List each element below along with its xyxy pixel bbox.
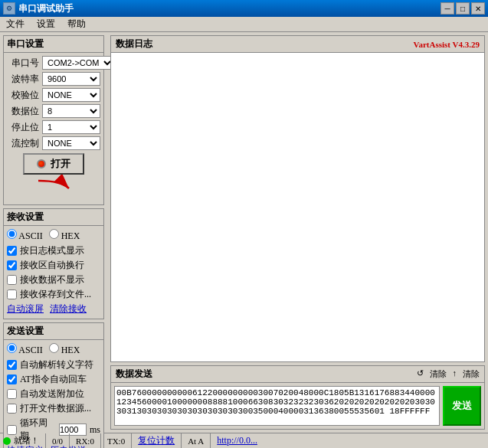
send-hex-label[interactable]: HEX — [49, 343, 80, 356]
menu-bar: 文件 设置 帮助 — [0, 17, 488, 32]
maximize-button[interactable]: □ — [456, 2, 470, 15]
open-port-button[interactable]: 打开 — [23, 153, 84, 175]
baud-select[interactable]: 9600 19200 115200 — [42, 72, 100, 86]
data-send-title-bar: 数据发送 ↺ 清除 ↑ 清除 — [111, 366, 484, 383]
recv-check2-label: 接收区自动换行 — [20, 259, 84, 272]
recv-check4-label: 接收保存到文件... — [20, 288, 91, 301]
send-ascii-label[interactable]: ASCII — [7, 343, 43, 356]
send-button[interactable]: 发送 — [443, 386, 481, 426]
open-indicator — [37, 159, 46, 168]
clear-buttons: ↺ 清除 ↑ 清除 — [417, 368, 480, 380]
main-content: 串口设置 串口号 COM2->COM COM1 COM3 波特率 9600 19… — [0, 32, 488, 433]
port-row: 串口号 COM2->COM COM1 COM3 — [7, 56, 100, 70]
send-textarea[interactable]: 00B7600000000006122000000000300702004800… — [114, 386, 440, 426]
stopbits-label: 停止位 — [7, 121, 39, 134]
title-bar: ⚙ 串口调试助手 ─ □ ✕ — [0, 0, 488, 17]
send-encoding-row: ASCII HEX — [7, 343, 100, 356]
recv-check3-label: 接收数据不显示 — [20, 273, 84, 286]
reset-count-button[interactable]: 复位计数 — [138, 434, 175, 447]
receive-ascii-radio[interactable] — [7, 229, 17, 239]
data-log-content[interactable] — [111, 53, 484, 361]
serial-settings-group: 串口设置 串口号 COM2->COM COM1 COM3 波特率 9600 19… — [3, 35, 104, 205]
send-check4-row: 打开文件数据源... — [7, 402, 100, 415]
receive-hex-label[interactable]: HEX — [49, 229, 80, 242]
recv-check3-row: 接收数据不显示 — [7, 273, 100, 286]
menu-file[interactable]: 文件 — [3, 16, 28, 32]
status-reset: 复位计数 — [138, 433, 182, 448]
version-text: VartAssist V4.3.29 — [414, 40, 480, 49]
databits-row: 数据位 8 7 6 — [7, 104, 100, 118]
baud-label: 波特率 — [7, 73, 39, 86]
data-log-panel: 数据日志 VartAssist V4.3.29 — [110, 35, 485, 362]
data-send-title: 数据发送 — [116, 368, 152, 381]
minimize-button[interactable]: ─ — [441, 2, 454, 15]
right-panel: 数据日志 VartAssist V4.3.29 数据发送 ↺ 清除 ↑ 清除 0… — [107, 32, 488, 433]
clear-send-button[interactable]: 清除 — [463, 368, 480, 380]
clear-log-button[interactable]: 清除 — [430, 368, 447, 380]
parity-select[interactable]: NONE ODD EVEN — [42, 88, 100, 102]
recv-log-mode-checkbox[interactable] — [7, 246, 17, 256]
receive-encoding-row: ASCII HEX — [7, 229, 100, 242]
send-file-src-checkbox[interactable] — [7, 404, 17, 414]
tx-text: TX:0 — [107, 437, 125, 446]
send-check1-row: 自动解析转义字符 — [7, 358, 100, 371]
recv-check4-row: 接收保存到文件... — [7, 288, 100, 301]
send-settings-group: 发送设置 ASCII HEX 自动解析转义字符 AT指令自动回车 自动发送附加位 — [3, 322, 104, 448]
red-arrow-icon — [7, 175, 100, 201]
receive-settings-group: 接收设置 ASCII HEX 按日志模式显示 接收区自动换行 接收数据不显示 — [3, 208, 104, 319]
flow-row: 流控制 NONE RTS/CTS — [7, 136, 100, 150]
send-check4-label: 打开文件数据源... — [20, 402, 91, 415]
send-hex-radio[interactable] — [49, 343, 59, 353]
recv-check1-row: 按日志模式显示 — [7, 244, 100, 257]
port-select[interactable]: COM2->COM COM1 COM3 — [42, 56, 114, 70]
close-button[interactable]: ✕ — [471, 2, 485, 15]
data-log-title: 数据日志 — [116, 38, 152, 51]
flow-select[interactable]: NONE RTS/CTS — [42, 136, 100, 150]
left-panel: 串口设置 串口号 COM2->COM COM1 COM3 波特率 9600 19… — [0, 32, 107, 433]
status-rx: RX:0 — [76, 433, 101, 448]
send-append-checkbox[interactable] — [7, 389, 17, 399]
send-ascii-radio[interactable] — [7, 343, 17, 353]
clear-receive-link[interactable]: 清除接收 — [50, 302, 87, 316]
ready-text: 就绪！ — [14, 435, 39, 446]
url-link[interactable]: http://0.0... — [217, 435, 257, 446]
databits-select[interactable]: 8 7 6 — [42, 104, 100, 118]
receive-ascii-label[interactable]: ASCII — [7, 229, 43, 242]
data-send-panel: 数据发送 ↺ 清除 ↑ 清除 00B7600000000006122000000… — [110, 365, 485, 430]
recv-auto-wrap-checkbox[interactable] — [7, 260, 17, 270]
open-btn-label: 打开 — [51, 157, 70, 171]
flow-label: 流控制 — [7, 137, 39, 150]
stopbits-row: 停止位 1 1.5 2 — [7, 120, 100, 134]
menu-help[interactable]: 帮助 — [64, 16, 89, 32]
baud-row: 波特率 9600 19200 115200 — [7, 72, 100, 86]
send-check3-row: 自动发送附加位 — [7, 388, 100, 401]
status-at: At A — [188, 433, 211, 448]
status-tx: TX:0 — [107, 433, 132, 448]
recv-save-file-checkbox[interactable] — [7, 289, 17, 299]
app-icon: ⚙ — [3, 2, 15, 15]
recv-no-display-checkbox[interactable] — [7, 275, 17, 285]
send-settings-title: 发送设置 — [4, 323, 103, 340]
menu-settings[interactable]: 设置 — [34, 16, 58, 32]
data-send-content: 00B7600000000006122000000000300702004800… — [111, 383, 484, 429]
recv-links-row: 自动滚屏 清除接收 — [7, 302, 100, 316]
parity-row: 校验位 NONE ODD EVEN — [7, 88, 100, 102]
open-btn-row: 打开 — [7, 153, 100, 175]
stopbits-select[interactable]: 1 1.5 2 — [42, 120, 100, 134]
recv-check2-row: 接收区自动换行 — [7, 259, 100, 272]
send-at-cr-checkbox[interactable] — [7, 374, 17, 384]
databits-label: 数据位 — [7, 105, 39, 118]
receive-hex-radio[interactable] — [49, 229, 59, 239]
ready-indicator — [3, 437, 11, 445]
parity-label: 校验位 — [7, 89, 39, 102]
count-text: 0/0 — [52, 437, 63, 446]
auto-scroll-link[interactable]: 自动滚屏 — [7, 302, 44, 316]
recv-check1-label: 按日志模式显示 — [20, 244, 84, 257]
send-check2-label: AT指令自动回车 — [20, 373, 87, 386]
serial-settings-title: 串口设置 — [4, 36, 103, 53]
port-label: 串口号 — [7, 57, 39, 70]
send-check1-label: 自动解析转义字符 — [20, 358, 93, 371]
status-url: http://0.0... — [217, 433, 264, 448]
title-bar-title: 串口调试助手 — [18, 2, 74, 15]
send-auto-escape-checkbox[interactable] — [7, 360, 17, 370]
